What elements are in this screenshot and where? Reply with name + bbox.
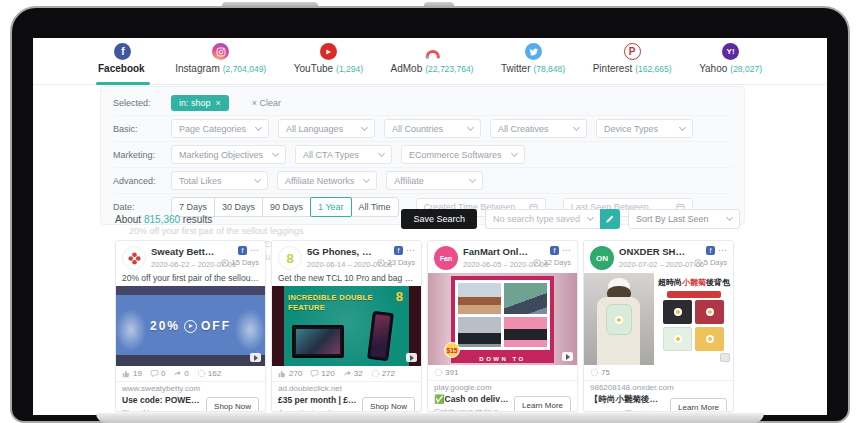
select-countries[interactable]: All Countries <box>384 119 481 138</box>
comment-icon <box>310 369 319 378</box>
saved-search-select[interactable]: No search type saved <box>485 209 600 229</box>
ad-image-thumbnail[interactable]: $15 DOWN TO <box>428 273 577 365</box>
popularity-stat: 162 <box>197 369 221 378</box>
ad-video-thumbnail[interactable]: 20% OFF <box>116 286 265 366</box>
select-creatives[interactable]: All Creatives <box>490 119 587 138</box>
ad-subtitle: Shop Now <box>122 408 202 412</box>
page-name-link[interactable]: Sweaty Betty London | Wom... <box>151 246 216 257</box>
tab-yahoo[interactable]: Y! Yahoo(28,027) <box>699 43 762 85</box>
select-affiliate[interactable]: Affiliate <box>386 171 483 190</box>
popularity-stat: 391 <box>434 368 458 377</box>
clear-filters-link[interactable]: × Clear <box>252 98 281 108</box>
results-count: 815,360 <box>144 214 180 225</box>
tab-facebook[interactable]: f Facebook <box>98 43 148 85</box>
cta-button[interactable]: Shop Now <box>362 397 415 413</box>
backpack-graphic <box>606 304 632 335</box>
chip-close-icon[interactable]: × <box>216 98 221 108</box>
filter-chip-shop[interactable]: in: shop× <box>171 95 229 111</box>
edit-saved-search-button[interactable] <box>600 209 620 229</box>
card-header: ON ONXDER SHOP 2020-07-02 – 2020-07-06 f… <box>584 241 733 273</box>
play-icon[interactable] <box>184 320 197 333</box>
select-device-types[interactable]: Device Types <box>596 119 693 138</box>
pinterest-icon: P <box>624 43 641 60</box>
ad-date-range: 2020-06-05 – 2020-07-06 <box>463 260 528 269</box>
sort-select[interactable]: Sort By Last Seen <box>628 209 740 229</box>
ad-subtitle: GEGO 嚴選，在全球深入合作近... <box>590 409 666 412</box>
tab-instagram[interactable]: Instagram(2,704,049) <box>175 43 266 85</box>
page-name-link[interactable]: 5G Phones, Tablets & SIMs | ... <box>307 246 372 257</box>
popularity-icon <box>434 368 443 377</box>
facebook-badge-icon: f <box>550 246 559 255</box>
marketing-label: Marketing: <box>113 150 171 160</box>
date-segment-1year[interactable]: 1 Year <box>310 197 352 217</box>
ad-domain-link[interactable]: www.sweatybetty.com <box>116 381 265 395</box>
more-icon[interactable]: ⋯ <box>718 248 727 253</box>
collage-frame <box>451 276 554 363</box>
promo-banner <box>667 291 721 298</box>
ad-subtitle: Catch your style on FanMart! <box>434 407 510 412</box>
page-name-link[interactable]: ONXDER SHOP <box>619 246 689 257</box>
tab-label: YouTube <box>294 63 333 74</box>
chevron-down-icon <box>272 149 279 156</box>
ad-domain-link[interactable]: play.google.com <box>428 380 577 394</box>
ad-card: Sweaty Betty London | Wom... 2020-06-22 … <box>115 240 266 412</box>
tab-pinterest[interactable]: P Pinterest(162,665) <box>593 43 672 85</box>
tv-graphic <box>292 325 344 358</box>
facebook-badge-icon: f <box>394 246 403 255</box>
ad-video-thumbnail[interactable]: INCREDIBLE DOUBLE FEATURE 8 <box>272 286 421 366</box>
tab-admob[interactable]: AdMob(22,723,764) <box>391 43 474 85</box>
cta-button[interactable]: Learn More <box>670 398 727 413</box>
tab-youtube[interactable]: YouTube(1,294) <box>294 43 363 85</box>
select-languages[interactable]: All Languages <box>278 119 375 138</box>
share-icon <box>343 369 352 378</box>
ad-image-text: OFF <box>201 319 231 333</box>
page-name-link[interactable]: FanMart Online Shopping - F... <box>463 246 528 257</box>
filter-panel: Selected: in: shop× × Clear Basic: Page … <box>100 86 745 225</box>
tab-count: (22,723,764) <box>425 64 473 74</box>
ad-title: ✅Cash on delivery ✅7 Days fr... <box>434 394 510 404</box>
page-avatar[interactable]: Fan <box>434 246 458 270</box>
days-running: 32 Days <box>533 258 571 267</box>
tab-count: (2,704,049) <box>223 64 266 74</box>
select-marketing-objectives[interactable]: Marketing Objectives <box>171 145 286 164</box>
select-affiliate-networks[interactable]: Affiliate Networks <box>277 171 377 190</box>
select-ecommerce-softwares[interactable]: ECommerce Softwares <box>401 145 525 164</box>
marketing-filter-row: Marketing: Marketing Objectives All CTA … <box>113 141 732 167</box>
cta-button[interactable]: Shop Now <box>206 397 259 413</box>
image-corner-icon <box>720 353 730 362</box>
select-cta-types[interactable]: All CTA Types <box>295 145 392 164</box>
facebook-icon: f <box>114 43 131 60</box>
share-icon <box>173 369 182 378</box>
popularity-icon <box>197 369 206 378</box>
select-total-likes[interactable]: Total Likes <box>171 171 268 190</box>
ad-domain-link[interactable]: ad.doubleclick.net <box>272 381 421 395</box>
ad-domain-link[interactable]: 986208148.onxder.com <box>584 380 733 394</box>
tab-count: (78,848) <box>533 64 565 74</box>
video-corner-icon <box>250 353 261 362</box>
popularity-icon <box>371 369 380 378</box>
ad-date-range: 2020-06-22 – 2020-07-06 <box>151 260 216 269</box>
ad-title: 【時尚小雛菊後背包】小雛菊刺... <box>590 394 666 406</box>
cta-button[interactable]: Learn More <box>514 396 571 413</box>
comment-stat: 0 <box>150 369 165 378</box>
product-photo <box>663 327 692 351</box>
save-search-button[interactable]: Save Search <box>401 209 477 229</box>
page-avatar[interactable] <box>122 246 146 270</box>
ad-date-range: 2020-07-02 – 2020-07-06 <box>619 260 689 269</box>
more-icon[interactable]: ⋯ <box>406 248 415 253</box>
shoe-photo <box>458 283 501 314</box>
ad-message: Get the new TCL 10 Pro and bag a free TC… <box>272 273 421 286</box>
ad-image-thumbnail[interactable]: 超時尚小雛菊後背包 <box>584 273 733 365</box>
tab-label: Twitter <box>501 63 530 74</box>
chevron-down-icon <box>679 123 686 130</box>
page-avatar[interactable]: 8 <box>278 246 302 270</box>
more-icon[interactable]: ⋯ <box>562 248 571 253</box>
more-icon[interactable]: ⋯ <box>250 248 259 253</box>
clock-icon <box>221 259 229 267</box>
page-avatar[interactable]: ON <box>590 246 614 270</box>
advanced-label: Advanced: <box>113 176 171 186</box>
tab-twitter[interactable]: Twitter(78,848) <box>501 43 565 85</box>
select-page-categories[interactable]: Page Categories <box>171 119 269 138</box>
clock-icon <box>377 259 385 267</box>
shoe-photo <box>504 283 547 314</box>
